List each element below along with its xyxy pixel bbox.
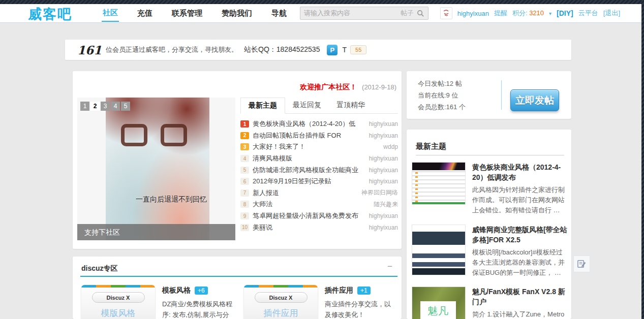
collapse-icon[interactable]: − <box>387 262 392 272</box>
top-decor-strip <box>0 0 644 4</box>
username-link[interactable]: highyixuan <box>457 10 489 17</box>
rank-badge: 6 <box>240 178 249 185</box>
topic-thumbnail[interactable] <box>412 225 466 275</box>
qq-icon[interactable]: P <box>327 45 338 55</box>
glasses-decor <box>161 124 187 146</box>
thread-panel: 最新主题 最近回复 置顶精华 1 黄色板块商业风格（2012-4-20）低 hi… <box>240 98 398 233</box>
thread-row: 1 黄色板块商业风格（2012-4-20）低 highyixuan <box>240 118 398 130</box>
topic-desc: 模板说明[/backcolor]#模板经过各大主流浏览器的兼容测试，并保证BUG… <box>472 247 567 278</box>
thread-author[interactable]: highyixuan <box>369 178 398 185</box>
thread-title[interactable]: 笃卓网超轻量级小清新风格免费发布 <box>253 211 366 220</box>
thread-title[interactable]: 新人报道 <box>253 188 358 198</box>
notice-link[interactable]: 提醒 <box>494 9 507 18</box>
logout-link[interactable]: [退出] <box>603 9 620 18</box>
pager-5[interactable]: 5 <box>121 102 130 111</box>
thread-title[interactable]: 大家好！我来了！ <box>253 142 380 151</box>
rank-badge: 3 <box>240 143 249 150</box>
discuz-section-title: discuz专区 <box>81 264 118 273</box>
search-scope-label[interactable]: 帖子 <box>401 9 414 18</box>
rank-badge: 8 <box>240 201 249 208</box>
topic-title[interactable]: 黄色板块商业风格（2012-4-20）低调发布 <box>472 162 567 182</box>
thread-title[interactable]: 大师法 <box>253 200 371 209</box>
pager-1[interactable]: 1 <box>80 102 89 111</box>
user-avatar[interactable] <box>440 7 452 19</box>
post-now-button[interactable]: 立即发帖 <box>510 89 559 111</box>
card-stripe <box>244 285 318 288</box>
admin-qq: 站长QQ：18284522535 <box>244 45 320 54</box>
thread-author[interactable]: 神界回归网络 <box>361 188 398 197</box>
compose-icon <box>577 259 587 269</box>
thread-title[interactable]: 黄色板块商业风格（2012-4-20）低 <box>253 119 366 129</box>
pager-3[interactable]: 3 <box>101 102 110 111</box>
nav-item-recharge[interactable]: 充值 <box>136 5 154 21</box>
topic-thumbnail[interactable] <box>412 162 466 205</box>
nav-item-community[interactable]: 社区 <box>102 5 119 22</box>
nav-item-sponsor[interactable]: 赞助我们 <box>221 5 253 21</box>
diy-link[interactable]: [DIY] <box>557 9 573 17</box>
user-bar: highyixuan 提醒 积分: 3210 ▾ [DIY] 云平台 [退出] <box>440 4 620 22</box>
tab-pinned-digest[interactable]: 置顶精华 <box>329 98 373 113</box>
divider <box>416 155 564 155</box>
tab-latest-topics[interactable]: 最新主题 <box>240 98 285 114</box>
thread-author[interactable]: highyixuan <box>369 167 398 174</box>
forum-card-label[interactable]: 模版风格 <box>81 307 155 319</box>
page: 威客吧 社区 充值 联系管理 赞助我们 导航 请输入搜索内容 帖子 highyi… <box>0 0 644 319</box>
pager-4[interactable]: 4 <box>111 102 120 111</box>
thread-author[interactable]: 随兴趣来 <box>374 200 398 209</box>
topic-thumbnail[interactable]: 魅凡 <box>412 286 466 319</box>
thread-row: 5 仿防城港北部湾风格模版全功能商业 highyixuan <box>240 164 398 176</box>
carousel-caption[interactable]: 支持下社区 <box>77 224 235 240</box>
forum-blocks: Discuz X 模版风格 模板风格 +6 DZ商业/免费模板风格程序: 发布,… <box>81 285 396 319</box>
thread-author[interactable]: highyixuan <box>369 212 398 219</box>
thread-author[interactable]: highyixuan <box>369 132 398 139</box>
rank-badge: 10 <box>240 224 249 231</box>
count-badge: 55 <box>350 45 366 54</box>
cloud-platform-link[interactable]: 云平台 <box>578 9 598 18</box>
forum-title[interactable]: 插件应用 <box>325 286 353 295</box>
forum-card-label[interactable]: 插件应用 <box>244 307 318 319</box>
stat-online-now: 当前在线:9 位 <box>418 89 466 101</box>
new-count-badge: +1 <box>357 286 371 295</box>
nav-item-navigation[interactable]: 导航 <box>270 5 288 21</box>
thumb-card-text: 魅凡 <box>427 304 449 318</box>
forum-card[interactable]: Discuz X 插件应用 <box>244 285 318 319</box>
pager-2[interactable]: 2 <box>90 102 100 111</box>
site-logo[interactable]: 威客吧 <box>28 5 72 23</box>
carousel: 一直向后退退不到回忆 支持下社区 1 2 3 4 5 <box>77 98 235 240</box>
forum-title[interactable]: 模板风格 <box>162 286 191 295</box>
forum-desc: 商业插件分享交流，以及修改美化！ <box>325 299 396 319</box>
search-input[interactable]: 请输入搜索内容 <box>304 9 401 18</box>
forum-desc: DZ商业/免费模板风格程序: 发布,仿制,展示与分享！ <box>162 299 234 319</box>
thread-title[interactable]: 2012年9月19日签到记录贴 <box>253 177 366 186</box>
nav-item-contact-admin[interactable]: 联系管理 <box>171 5 203 21</box>
welcome-row: 欢迎推广本社区！ (2012-9-18) <box>300 83 396 92</box>
card-stripe <box>81 285 155 288</box>
topic-title[interactable]: 魅凡/FanX模板 FanX V2.8 新门户 <box>472 286 567 307</box>
stats-text: 位会员正通过威客吧，分享交流，寻找朋友。 <box>106 45 238 54</box>
thread-author[interactable]: highyixuan <box>369 224 398 231</box>
thread-author[interactable]: wddp <box>383 143 398 150</box>
forum-card[interactable]: Discuz X 模版风格 <box>81 285 155 319</box>
quick-compose-button[interactable] <box>573 256 590 272</box>
rank-badge: 1 <box>240 120 249 127</box>
section-underline <box>80 276 397 277</box>
thread-title[interactable]: 清爽风格模版 <box>253 154 366 163</box>
carousel-photo[interactable] <box>106 98 209 240</box>
thread-author[interactable]: highyixuan <box>369 155 398 162</box>
thread-title[interactable]: 自动回帖顶帖后台插件版 FOR <box>253 131 366 140</box>
tab-recent-replies[interactable]: 最近回复 <box>285 98 329 113</box>
forum-info: 模板风格 +6 DZ商业/免费模板风格程序: 发布,仿制,展示与分享！ <box>162 285 234 319</box>
main-nav: 社区 充值 联系管理 赞助我们 导航 <box>102 4 288 22</box>
points-link[interactable]: 积分: 3210 <box>512 9 544 18</box>
points-dropdown-icon[interactable]: ▾ <box>549 11 551 16</box>
search-box[interactable]: 请输入搜索内容 帖子 <box>300 7 428 20</box>
search-icon[interactable] <box>417 10 424 17</box>
thread-title[interactable]: 仿防城港北部湾风格模版全功能商业 <box>253 166 366 175</box>
thread-title[interactable]: 美丽说 <box>253 223 366 232</box>
rank-badge: 7 <box>240 189 249 197</box>
stat-total-members: 会员总数:161 个 <box>418 101 466 113</box>
topic-title[interactable]: 威锋网商业完整版风格[带全站多格]FOR X2.5 <box>472 225 567 245</box>
thread-author[interactable]: highyixuan <box>369 120 398 127</box>
divider <box>501 80 502 110</box>
sidebar-latest-topics-panel: 最新主题 黄色板块商业风格（2012-4-20）低调发布 此风格因为针对插件之家… <box>407 130 571 319</box>
